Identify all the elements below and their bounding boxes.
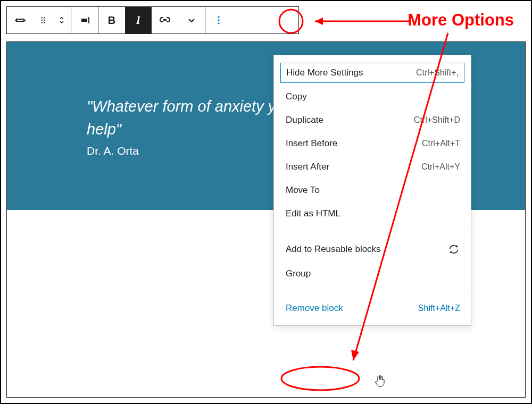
menu-item-label: Insert Before [286,138,337,149]
link-button[interactable] [152,7,178,33]
menu-item-label: Group [286,268,311,279]
menu-item-label: Hide More Settings [286,68,363,78]
more-options-button[interactable] [205,7,232,33]
menu-item-insert-before[interactable]: Insert Before Ctrl+Alt+T [274,132,471,155]
drag-handle[interactable] [34,7,52,33]
more-rich-text-button[interactable] [178,7,205,33]
more-options-menu: Hide More Settings Ctrl+Shift+, Copy Dup… [273,55,471,326]
svg-point-3 [41,17,42,18]
svg-point-5 [41,20,42,21]
svg-point-13 [218,19,219,21]
block-toolbar: B I [6,6,299,34]
menu-item-shortcut: Ctrl+Alt+Y [421,162,460,172]
menu-item-label: Add to Reusable blocks [286,244,381,255]
menu-item-shortcut: Shift+Alt+Z [418,304,460,313]
ellipsis-vertical-icon [212,14,225,27]
align-wide-icon [14,14,27,27]
svg-point-12 [218,16,219,18]
menu-item-duplicate[interactable]: Duplicate Ctrl+Shift+D [274,108,471,132]
align-right-icon [78,14,91,27]
menu-item-label: Duplicate [286,115,323,125]
menu-item-move-to[interactable]: Move To [274,179,471,202]
svg-point-14 [218,22,219,24]
editor-canvas: "Whatever form of anxiety you have, trea… [6,41,526,398]
menu-item-shortcut: Ctrl+Alt+T [422,139,460,148]
bold-icon: B [108,14,115,27]
svg-point-4 [44,17,45,18]
menu-item-edit-as-html[interactable]: Edit as HTML [274,202,471,225]
menu-item-copy[interactable]: Copy [274,85,471,108]
menu-item-shortcut: Ctrl+Shift+, [416,68,459,78]
menu-item-group[interactable]: Group [274,262,471,285]
svg-point-6 [44,20,45,21]
svg-rect-10 [81,19,87,22]
menu-item-add-reusable[interactable]: Add to Reusable blocks [274,237,471,262]
alignment-button[interactable] [71,7,98,33]
drag-icon [38,15,48,25]
bold-button[interactable]: B [98,7,125,33]
align-content-button[interactable] [7,7,34,33]
menu-item-remove-block[interactable]: Remove block Shift+Alt+Z [274,297,471,320]
move-up-down-button[interactable] [52,7,71,33]
svg-point-7 [41,22,42,23]
svg-marker-17 [315,18,323,25]
menu-item-label: Remove block [286,303,343,314]
menu-item-label: Copy [286,91,307,102]
menu-item-label: Edit as HTML [286,208,340,219]
link-icon [159,14,171,27]
chevron-up-down-icon [57,14,66,27]
menu-item-label: Move To [286,185,320,196]
svg-rect-0 [16,19,24,21]
svg-point-8 [44,22,45,23]
sync-icon [447,243,460,256]
annotation-label: More Options [408,11,514,30]
italic-button[interactable]: I [125,7,152,33]
menu-item-shortcut: Ctrl+Shift+D [414,115,460,125]
menu-item-hide-more-settings[interactable]: Hide More Settings Ctrl+Shift+, [280,63,464,83]
menu-item-label: Insert After [286,162,329,172]
chevron-down-icon [185,14,198,27]
menu-item-insert-after[interactable]: Insert After Ctrl+Alt+Y [274,155,471,179]
italic-icon: I [136,14,140,27]
